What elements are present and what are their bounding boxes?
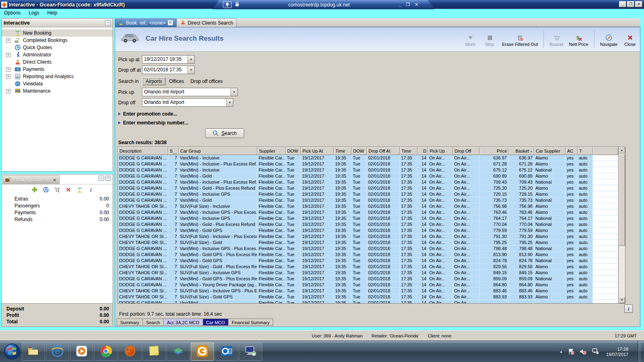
column-header-drop-off[interactable]: Drop Off (453, 147, 479, 155)
promotion-code-expander[interactable]: Enter promotion code... (118, 111, 640, 117)
booking-row-refunds[interactable]: Refunds0.00 (2, 216, 113, 223)
tray-expand-icon[interactable]: ▲ (560, 350, 563, 354)
sidebar-item-maintenance[interactable]: +Maintenance (2, 87, 113, 95)
taskbar-rdp-button[interactable] (239, 342, 262, 361)
cart-go-icon[interactable] (54, 186, 60, 194)
volume-muted-icon[interactable] (580, 348, 586, 356)
booking-row-extras[interactable]: Extras0.00 (2, 195, 113, 202)
close-panel-tab-icon[interactable]: ✕ (53, 178, 56, 183)
dropoff-office-combobox[interactable]: Orlando Intl Airport ▼ (142, 98, 233, 107)
erase-filtered-out-button[interactable]: Erase Filtered Out (502, 32, 538, 47)
pin-icon[interactable] (223, 1, 232, 8)
sidebar-item-payments[interactable]: +$Payments (2, 66, 113, 73)
table-row[interactable]: DODGE G CARAVAN ...7Van(Mini) - Inclusiv… (118, 209, 618, 215)
palm-tree-icon[interactable] (76, 186, 83, 194)
table-row[interactable]: DODGE G CARAVAN ...7Van(Mini) - GoldFlex… (118, 173, 618, 179)
expand-icon[interactable]: + (6, 74, 10, 79)
table-row[interactable]: CHEVY TAHOE OR SI...7SUV(Full Size) - In… (118, 288, 618, 294)
taskbar-g-app-button[interactable] (191, 342, 214, 361)
table-row[interactable]: DODGE G CARAVAN ...7Van(Mini) - Gold GPS… (118, 276, 618, 282)
table-row[interactable]: DODGE G CARAVAN ...7Van(Mini) - Inclusiv… (118, 179, 618, 185)
sidebar-item-reporting-and-analytics[interactable]: +Reporting and Analytics (2, 73, 113, 80)
scroll-down-icon[interactable]: ▼ (619, 297, 625, 303)
taskbar-chrome-button[interactable] (94, 342, 117, 361)
taskbar-layers-app-button[interactable] (167, 342, 190, 361)
table-row-partial[interactable]: DODGE G CARAVAN ...7Van(Mini) - ...Flexi… (118, 300, 618, 303)
table-row[interactable]: DODGE G CARAVAN ...7Van(Mini) - Inclusiv… (118, 167, 618, 173)
nett-price-button[interactable]: $Nett Price (569, 32, 588, 47)
vertical-scrollbar[interactable]: ▲ ▼ (618, 147, 625, 303)
table-row[interactable]: DODGE G CARAVAN ...7Van(Mini) - Gold - P… (118, 185, 618, 191)
search-in-option-offices[interactable]: Offices (166, 78, 187, 85)
table-row[interactable]: DODGE G CARAVAN ...7Van(Mini) - Inclusiv… (118, 161, 618, 167)
tab-booking-ref[interactable]: Book. ref.: <none> ✕ (115, 18, 177, 27)
taskbar-outlook-button[interactable] (215, 342, 238, 361)
membership-number-expander[interactable]: Enter membership number... (118, 120, 640, 126)
panel-minimize-button[interactable]: – (99, 176, 104, 181)
column-header-t[interactable]: T (578, 147, 593, 155)
search-in-option-drop-off-offices[interactable]: Drop off offices (187, 78, 226, 85)
column-header-time[interactable]: Time (334, 147, 352, 155)
table-row[interactable]: DODGE G CARAVAN ...7Van(Mini) - Young Dr… (118, 282, 618, 288)
expand-icon[interactable]: + (6, 38, 10, 43)
scroll-up-icon[interactable]: ▲ (619, 147, 625, 153)
menu-options[interactable]: Options (4, 10, 21, 16)
taskbar-firefox-button[interactable] (118, 342, 142, 361)
column-header-car-supplier[interactable]: Car Supplier (534, 147, 566, 155)
booking-contents-tab[interactable]: Booking contents ✕ (2, 175, 60, 184)
column-header-drop-off-at[interactable]: Drop Off At (367, 147, 400, 155)
collapse-panel-button[interactable]: – (105, 20, 111, 25)
table-row[interactable]: DODGE G CARAVAN ...7Van(Mini) - Gold GPS… (118, 252, 618, 258)
taskbar-explorer-button[interactable] (22, 342, 45, 361)
table-row[interactable]: DODGE G CARAVAN ...7Van(Mini) - Gold - P… (118, 221, 618, 228)
bottom-tab-car-mco[interactable]: Car MCO (203, 319, 228, 326)
column-header-ac[interactable]: AC (566, 147, 578, 155)
bottom-tab-financial-summary[interactable]: Financial Summary (228, 319, 273, 326)
add-icon[interactable] (31, 186, 38, 194)
pickup-at-combobox[interactable]: 19/12/2017 19:35 ▼ (142, 55, 195, 64)
rdp-restore-button[interactable]: ❐ (406, 2, 410, 7)
table-row[interactable]: CHEVY TAHOE OR SI...7SUV(Full Size) - In… (118, 270, 618, 276)
sidebar-item-viewdata[interactable]: Viewdata (2, 80, 113, 87)
table-row[interactable]: DODGE G CARAVAN ...7Van(Mini) - Inclusiv… (118, 246, 618, 252)
table-row[interactable]: DODGE G CARAVAN ...7Van(Mini) - Gold GPS… (118, 228, 618, 234)
booking-row-payments[interactable]: Payments0.00 (2, 209, 113, 216)
table-row[interactable]: CHEVY TAHOE OR SI...7SUV(Full Size) - Go… (118, 264, 618, 270)
booking-row-passengers[interactable]: Passengers0 (2, 202, 113, 209)
bottom-tab-summary[interactable]: Summary (117, 319, 143, 326)
action-center-flag-icon[interactable] (568, 348, 574, 356)
column-header-car-group[interactable]: Car Group (179, 147, 257, 155)
delete-icon[interactable] (65, 186, 72, 194)
table-row[interactable]: CHEVY TAHOE OR SI...7SUV(Full Size) - Go… (118, 240, 618, 246)
column-header-basket[interactable]: Basket ▼ (508, 147, 534, 155)
sidebar-item-completed-bookings[interactable]: +Completed Bookings (2, 37, 113, 44)
column-header-description[interactable]: Description (118, 147, 168, 155)
column-header-s[interactable]: S (168, 147, 179, 155)
table-row[interactable]: CHEVY TAHOE OR SI...7SUV(Full Size) - In… (118, 234, 618, 240)
rdp-minimize-button[interactable]: _ (399, 2, 401, 7)
sidebar-item-direct-clients[interactable]: Direct Clients (2, 58, 113, 66)
window-restore-button[interactable]: ❐ (627, 1, 634, 7)
column-header-d[interactable]: D (418, 147, 428, 155)
network-icon[interactable] (592, 348, 599, 355)
expand-icon[interactable]: + (6, 67, 10, 72)
scrollbar-thumb[interactable] (619, 154, 625, 246)
menu-help[interactable]: Help (47, 10, 57, 16)
info-button[interactable]: i (624, 304, 633, 313)
search-in-option-airports[interactable]: Airports (142, 77, 166, 85)
column-header-pick-up-at[interactable]: Pick Up At (301, 147, 334, 155)
panel-maximize-button[interactable]: □ (105, 176, 111, 181)
tab-close-icon[interactable]: ✕ (168, 20, 173, 25)
table-row[interactable]: DODGE G CARAVAN ...7Van(Mini) - Inclusiv… (118, 191, 618, 197)
table-row[interactable]: CHEVY TAHOE OR SI...7SUV(Full Size) - In… (118, 203, 618, 209)
sidebar-item-administrator[interactable]: +Administrator (2, 51, 113, 58)
taskbar-ie-button[interactable]: e (46, 342, 69, 361)
search-button[interactable]: Search (205, 128, 244, 138)
sidebar-item-new-booking[interactable]: New Booking (2, 29, 113, 37)
window-close-button[interactable]: ✕ (635, 1, 642, 7)
info-icon[interactable]: i (88, 186, 94, 194)
column-header-time[interactable]: Time (400, 147, 418, 155)
start-button[interactable] (3, 343, 21, 360)
menu-logs[interactable]: Logs (29, 10, 39, 16)
column-header-pick-up[interactable]: Pick Up (428, 147, 453, 155)
